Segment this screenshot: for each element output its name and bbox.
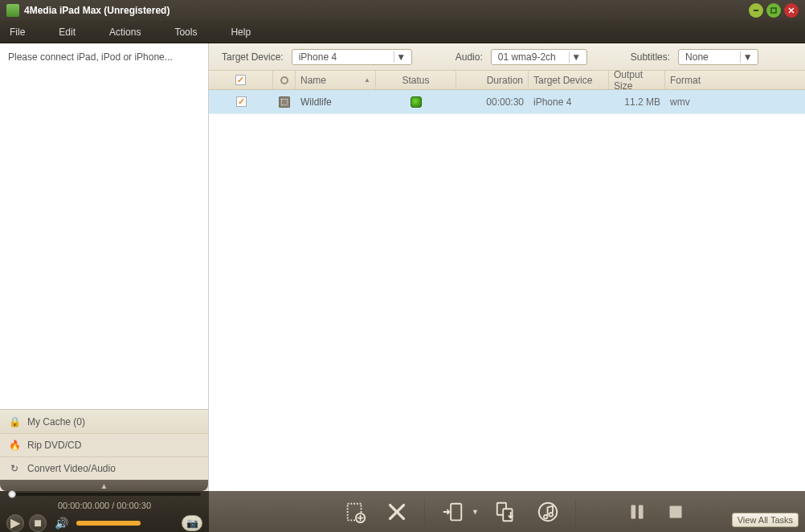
sidebar: Please connect iPad, iPod or iPhone... 🔒… <box>0 43 209 491</box>
column-name[interactable]: Name▲ <box>296 71 376 89</box>
convert-label: Convert Video/Audio <box>27 463 116 474</box>
svg-rect-16 <box>669 505 681 518</box>
audio-value: 01 wma9-2ch <box>498 51 556 63</box>
content-area: Target Device: iPhone 4 ▼ Audio: 01 wma9… <box>209 43 805 491</box>
copy-to-device-button[interactable] <box>438 497 467 526</box>
status-ready-icon <box>411 96 422 108</box>
chevron-down-icon: ▼ <box>569 51 583 63</box>
window-buttons <box>749 3 799 18</box>
minimize-button[interactable] <box>749 3 763 18</box>
snapshot-button[interactable]: 📷 <box>182 515 202 531</box>
subtitles-dropdown[interactable]: None ▼ <box>678 49 758 65</box>
pause-button[interactable] <box>623 497 652 526</box>
row-name: Wildlife <box>296 96 376 108</box>
subtitles-label: Subtitles: <box>631 51 670 63</box>
target-device-value: iPhone 4 <box>299 51 337 63</box>
svg-rect-1 <box>771 8 776 13</box>
lock-icon: 🔒 <box>8 415 21 428</box>
maximize-button[interactable] <box>766 3 781 18</box>
refresh-icon: ↻ <box>8 462 21 475</box>
audio-label: Audio: <box>456 51 483 63</box>
menu-help[interactable]: Help <box>231 27 251 38</box>
seek-slider[interactable] <box>8 493 201 496</box>
stop-all-button[interactable] <box>661 497 690 526</box>
sort-up-icon: ▲ <box>364 76 370 84</box>
column-check[interactable] <box>209 71 273 89</box>
sidebar-my-cache[interactable]: 🔒 My Cache (0) <box>0 410 208 433</box>
sidebar-collapse-button[interactable]: ▲ <box>0 480 208 491</box>
menu-edit[interactable]: Edit <box>59 27 76 38</box>
target-device-label: Target Device: <box>222 51 284 63</box>
column-target[interactable]: Target Device <box>529 71 609 89</box>
app-icon <box>6 4 19 17</box>
action-bar: ▼ View All Tasks <box>209 491 805 532</box>
flame-icon: 🔥 <box>8 439 21 452</box>
stop-button[interactable]: ■ <box>29 514 47 532</box>
subtitles-value: None <box>685 51 709 63</box>
select-all-checkbox[interactable] <box>235 75 246 85</box>
play-button[interactable]: ▶ <box>6 514 24 532</box>
volume-icon: 🔊 <box>55 517 68 530</box>
sidebar-actions: 🔒 My Cache (0) 🔥 Rip DVD/CD ↻ Convert Vi… <box>0 409 208 491</box>
column-status[interactable]: Status <box>376 71 456 89</box>
column-duration[interactable]: Duration <box>456 71 529 89</box>
video-file-icon <box>279 96 290 108</box>
title-bar: 4Media iPad Max (Unregistered) <box>0 0 805 21</box>
audio-dropdown[interactable]: 01 wma9-2ch ▼ <box>491 49 587 65</box>
menu-actions[interactable]: Actions <box>109 27 141 38</box>
table-header: Name▲ Status Duration Target Device Outp… <box>209 71 805 90</box>
row-duration: 00:00:30 <box>456 96 529 108</box>
remove-button[interactable] <box>382 497 411 526</box>
volume-slider[interactable] <box>76 521 141 526</box>
svg-rect-14 <box>631 505 635 518</box>
target-device-dropdown[interactable]: iPhone 4 ▼ <box>292 49 412 65</box>
chevron-down-icon[interactable]: ▼ <box>472 508 479 516</box>
table-row[interactable]: Wildlife 00:00:30 iPhone 4 11.2 MB wmv <box>209 90 805 114</box>
my-cache-label: My Cache (0) <box>27 416 85 428</box>
column-format[interactable]: Format <box>665 71 805 89</box>
device-tree: Please connect iPad, iPod or iPhone... <box>0 43 208 409</box>
row-checkbox[interactable] <box>236 96 247 107</box>
player-time: 00:00:00.000 / 00:00:30 <box>0 497 209 514</box>
menu-file[interactable]: File <box>10 27 25 38</box>
chevron-down-icon: ▼ <box>740 51 754 63</box>
filter-bar: Target Device: iPhone 4 ▼ Audio: 01 wma9… <box>209 43 805 71</box>
menu-tools[interactable]: Tools <box>174 27 197 38</box>
column-type[interactable] <box>273 71 296 89</box>
copy-to-itunes-button[interactable] <box>533 497 562 526</box>
sidebar-convert[interactable]: ↻ Convert Video/Audio <box>0 456 208 480</box>
table-body: Wildlife 00:00:30 iPhone 4 11.2 MB wmv <box>209 90 805 491</box>
menu-bar: File Edit Actions Tools Help <box>0 21 805 43</box>
chevron-down-icon: ▼ <box>394 51 408 63</box>
row-target: iPhone 4 <box>529 96 609 108</box>
close-button[interactable] <box>784 3 799 18</box>
add-file-button[interactable] <box>341 497 370 526</box>
svg-rect-10 <box>451 503 461 520</box>
svg-rect-15 <box>639 505 644 518</box>
view-all-tasks-button[interactable]: View All Tasks <box>732 513 799 527</box>
copy-to-computer-button[interactable] <box>492 497 521 526</box>
sidebar-rip[interactable]: 🔥 Rip DVD/CD <box>0 433 208 456</box>
connect-prompt: Please connect iPad, iPod or iPhone... <box>5 50 203 64</box>
column-size[interactable]: Output Size <box>609 71 665 89</box>
window-title: 4Media iPad Max (Unregistered) <box>24 5 749 16</box>
row-format: wmv <box>665 96 805 108</box>
player-bar: 00:00:00.000 / 00:00:30 ▶ ■ 🔊 📷 <box>0 491 209 532</box>
rip-label: Rip DVD/CD <box>27 440 81 451</box>
row-size: 11.2 MB <box>609 96 665 108</box>
